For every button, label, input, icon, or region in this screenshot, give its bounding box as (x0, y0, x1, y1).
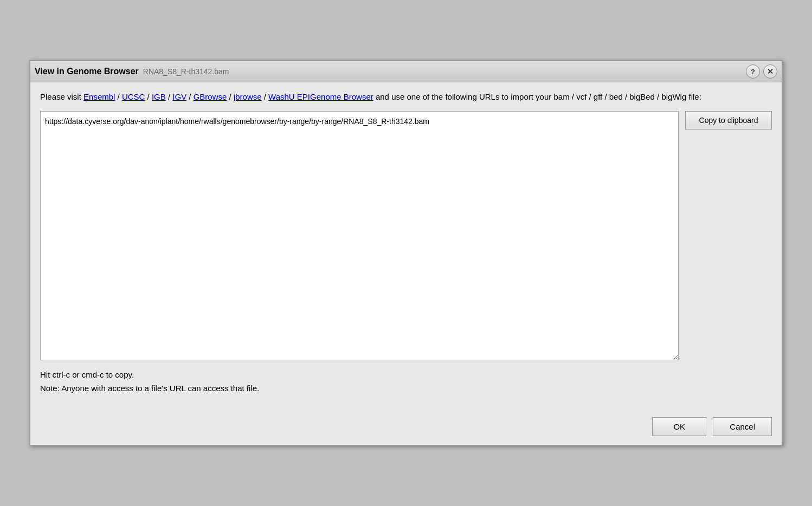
dialog: View in Genome Browser RNA8_S8_R-th3142.… (29, 60, 783, 446)
intro-text-before: Please visit (40, 92, 83, 101)
cancel-button[interactable]: Cancel (713, 417, 772, 436)
hint-text: Hit ctrl-c or cmd-c to copy. Note: Anyon… (40, 368, 772, 395)
url-textarea[interactable] (40, 111, 679, 360)
intro-text: Please visit Ensembl / UCSC / IGB / IGV … (40, 91, 772, 103)
igv-link[interactable]: IGV (172, 92, 186, 101)
close-button[interactable]: ✕ (763, 64, 777, 79)
intro-text-after: and use one of the following URLs to imp… (376, 92, 701, 101)
footer-buttons: OK Cancel (30, 412, 782, 445)
title-bar-left: View in Genome Browser RNA8_S8_R-th3142.… (35, 67, 229, 76)
dialog-title: View in Genome Browser (35, 67, 139, 76)
hint-line2: Note: Anyone with access to a file's URL… (40, 381, 772, 395)
title-bar: View in Genome Browser RNA8_S8_R-th3142.… (30, 61, 782, 82)
hint-line1: Hit ctrl-c or cmd-c to copy. (40, 368, 772, 382)
ucsc-link[interactable]: UCSC (122, 92, 145, 101)
copy-to-clipboard-button[interactable]: Copy to clipboard (685, 111, 772, 129)
jbrowse-link[interactable]: jbrowse (234, 92, 262, 101)
help-icon: ? (751, 68, 755, 76)
title-bar-icons: ? ✕ (746, 64, 777, 79)
dialog-content: Please visit Ensembl / UCSC / IGB / IGV … (30, 82, 782, 412)
ok-button[interactable]: OK (652, 417, 706, 436)
dialog-filename: RNA8_S8_R-th3142.bam (143, 67, 229, 76)
close-icon: ✕ (767, 67, 774, 76)
ensembl-link[interactable]: Ensembl (83, 92, 115, 101)
gbrowse-link[interactable]: GBrowse (194, 92, 227, 101)
url-section: Copy to clipboard (40, 111, 772, 360)
igb-link[interactable]: IGB (152, 92, 166, 101)
help-icon-button[interactable]: ? (746, 64, 760, 79)
washu-link[interactable]: WashU EPIGenome Browser (268, 92, 373, 101)
